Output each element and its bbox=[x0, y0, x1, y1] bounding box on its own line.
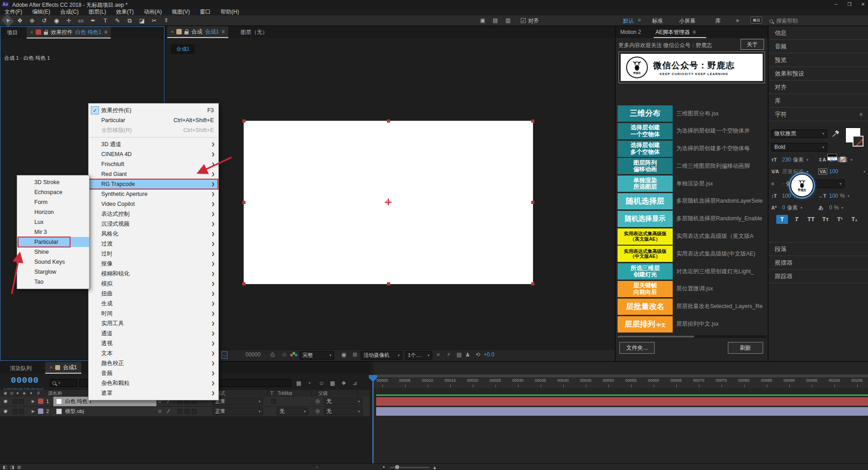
effects-menu-item-杂色和颗粒[interactable]: 杂色和颗粒❯ bbox=[89, 378, 218, 388]
lock-icon[interactable] bbox=[44, 32, 48, 35]
comp-mini-flowchart-icon[interactable]: ▦ bbox=[296, 380, 301, 386]
expand-caret-icon[interactable]: ▶ bbox=[32, 409, 35, 413]
tab-render-queue[interactable]: 渲染队列 bbox=[10, 365, 32, 372]
effects-menu-item-透视[interactable]: 透视❯ bbox=[89, 338, 218, 348]
kerning-control[interactable]: V⁄A 度量标准 ▾ bbox=[771, 168, 818, 176]
menubar-item-5[interactable]: 动画(A) bbox=[144, 8, 162, 16]
trapcode-item-Shine[interactable]: Shine bbox=[17, 247, 89, 257]
quality-icon[interactable]: ∕ bbox=[168, 408, 169, 414]
lock-icon[interactable] bbox=[184, 31, 189, 34]
view-dropdown[interactable]: 活动摄像机▾ bbox=[361, 351, 402, 360]
menubar-item-2[interactable]: 合成(C) bbox=[60, 8, 79, 16]
blend-mode-dropdown[interactable]: 正常▾ bbox=[212, 408, 263, 415]
frame-blending-icon[interactable]: ▩ bbox=[330, 380, 335, 386]
hand-tool[interactable]: ✥ bbox=[15, 16, 25, 25]
effects-menu-item-实用工具[interactable]: 实用工具❯ bbox=[89, 318, 218, 328]
snap-checkbox[interactable]: ✓ bbox=[521, 18, 526, 23]
tracking-control[interactable]: VA 100 ▾ bbox=[818, 168, 865, 175]
effects-menu-item-Video Copilot[interactable]: Video Copilot❯ bbox=[89, 199, 218, 209]
panel-menu-icon[interactable]: ≡ bbox=[222, 28, 225, 35]
refresh-button[interactable]: 刷新 bbox=[728, 342, 763, 354]
zoom-tool[interactable]: ⊕ bbox=[27, 16, 37, 25]
layer-duration-bar-2[interactable] bbox=[376, 407, 868, 416]
trapcode-item-Particular[interactable]: Particular bbox=[17, 237, 89, 247]
script-button-8[interactable]: 实用表达式集高级版（中文版AE） bbox=[618, 246, 673, 262]
effects-menu-item-Particular[interactable]: ParticularCtrl+Alt+Shift+E bbox=[89, 115, 218, 125]
roto-brush-tool[interactable]: ✂ bbox=[149, 16, 159, 25]
script-button-12[interactable]: 层层排列中文 bbox=[618, 316, 673, 332]
effects-menu-item-音频[interactable]: 音频❯ bbox=[89, 368, 218, 378]
trapcode-item-Horizon[interactable]: Horizon bbox=[17, 207, 89, 217]
close-icon[interactable]: × bbox=[171, 29, 174, 34]
trapcode-item-3D Stroke[interactable]: 3D Stroke bbox=[17, 177, 89, 187]
source-name-header[interactable]: 源名称 bbox=[48, 390, 62, 397]
menubar-item-3[interactable]: 图层(L) bbox=[89, 8, 106, 16]
graph-editor-icon[interactable]: ⊿ bbox=[353, 380, 357, 386]
parent-header[interactable]: 父级 bbox=[318, 390, 328, 397]
comp-flowchart-icon[interactable]: ♟ bbox=[465, 351, 470, 358]
effects-menu-item-模拟[interactable]: 模拟❯ bbox=[89, 279, 218, 289]
tab-composition[interactable]: × 合成 合成1 ≡ bbox=[167, 26, 228, 38]
brush-tool[interactable]: ✎ bbox=[113, 16, 123, 25]
panel-header-跟踪器[interactable]: 跟踪器 bbox=[769, 270, 868, 283]
selection-handle[interactable] bbox=[242, 119, 245, 123]
workspace-layout-icon[interactable]: ▣▥ bbox=[750, 17, 762, 24]
zoom-in-mountain-icon[interactable]: ▲ bbox=[432, 465, 437, 470]
effects-menu-item-Frischluft[interactable]: Frischluft❯ bbox=[89, 159, 218, 169]
parent-pickwhip-icon[interactable]: ◎ bbox=[316, 398, 320, 404]
script-button-4[interactable]: 单独渲染所选图层 bbox=[618, 176, 673, 192]
effects-menu-item-Red Giant[interactable]: Red Giant❯ bbox=[89, 169, 218, 179]
all-caps-button[interactable]: TT bbox=[805, 215, 817, 224]
menubar-item-6[interactable]: 视图(V) bbox=[172, 8, 190, 16]
current-timecode[interactable]: 00000 bbox=[11, 375, 39, 385]
minimize-button[interactable]: ─ bbox=[830, 0, 842, 9]
selection-tool[interactable]: ➤ bbox=[1, 14, 14, 27]
effects-menu-item-过渡[interactable]: 过渡❯ bbox=[89, 239, 218, 249]
panel-header-预览[interactable]: 预览 bbox=[769, 53, 868, 67]
tab-layer-viewer[interactable]: 图层（无） bbox=[237, 26, 271, 38]
trapcode-item-Mir 3[interactable]: Mir 3 bbox=[17, 227, 89, 237]
pan-behind-tool[interactable]: ✛ bbox=[64, 16, 74, 25]
show-snapshot-icon[interactable]: ⊙ bbox=[282, 351, 287, 358]
layer-name-cell[interactable]: 模型.obj bbox=[53, 407, 156, 416]
work-area-bar[interactable] bbox=[373, 375, 868, 377]
faux-italic-button[interactable]: T bbox=[791, 215, 802, 224]
layer-label-chip[interactable] bbox=[38, 408, 43, 414]
script-button-7[interactable]: 实用表达式集高级版（英文版AE） bbox=[618, 228, 673, 245]
horizontal-scale-control[interactable]: ↔T 100 % ▾ bbox=[818, 193, 865, 199]
region-of-interest-icon[interactable]: ▣ bbox=[341, 351, 346, 358]
grid-guides-icon[interactable]: ⌔ bbox=[222, 351, 227, 359]
script-button-3[interactable]: 图层阵列偏移动画 bbox=[618, 158, 673, 174]
script-button-11[interactable]: 层批量改名 bbox=[618, 299, 673, 315]
eraser-tool[interactable]: ◪ bbox=[137, 16, 147, 25]
visibility-eye-icon[interactable]: ◉ bbox=[4, 408, 8, 413]
panel-menu-icon[interactable]: ≡ bbox=[859, 108, 863, 121]
timeline-search[interactable]: ▾ bbox=[50, 379, 77, 387]
superscript-button[interactable]: T¹ bbox=[834, 215, 846, 224]
script-button-10[interactable]: 层关键帧向前向后 bbox=[618, 281, 673, 297]
trapcode-item-Tao[interactable]: Tao bbox=[17, 277, 89, 287]
effects-menu-item-CINEMA 4D[interactable]: CINEMA 4D❯ bbox=[89, 149, 218, 159]
small-caps-button[interactable]: Tт bbox=[820, 215, 831, 224]
shy-icon[interactable]: ☺ bbox=[157, 408, 162, 413]
expand-caret-icon[interactable]: ▶ bbox=[32, 399, 35, 404]
layer-duration-bar-1[interactable] bbox=[376, 397, 868, 406]
trapcode-item-Echospace[interactable]: Echospace bbox=[17, 187, 89, 197]
scrollbar-thumb[interactable] bbox=[618, 336, 694, 337]
font-size-control[interactable]: тT 230 像素 ▾ bbox=[771, 156, 818, 164]
hide-shy-layers-icon[interactable]: ☺ bbox=[319, 380, 324, 386]
effects-menu-item-时间[interactable]: 时间❯ bbox=[89, 309, 218, 318]
workspace-menu-icon[interactable]: ≡ bbox=[638, 17, 641, 23]
tab-script-manager[interactable]: AE脚本管理器 ≡ bbox=[652, 26, 699, 38]
scroll-left-icon[interactable]: ‹ bbox=[316, 465, 318, 470]
parent-pickwhip-icon[interactable]: ◎ bbox=[316, 408, 320, 414]
font-family-dropdown[interactable]: 微软雅黑▾ bbox=[771, 129, 827, 138]
panel-header-信息[interactable]: 信息 bbox=[769, 26, 868, 40]
workspace-tab-4[interactable]: » bbox=[736, 17, 739, 24]
effects-menu-item-扭曲[interactable]: 扭曲❯ bbox=[89, 289, 218, 299]
effects-menu-item-3D 通道[interactable]: 3D 通道❯ bbox=[89, 139, 218, 149]
panel-menu-icon[interactable]: ≡ bbox=[693, 29, 696, 35]
effects-menu-item-模糊和锐化[interactable]: 模糊和锐化❯ bbox=[89, 269, 218, 279]
transparency-grid-icon[interactable]: ⊞ bbox=[353, 351, 357, 358]
script-button-9[interactable]: 所选三维层创建灯光 bbox=[618, 263, 673, 280]
